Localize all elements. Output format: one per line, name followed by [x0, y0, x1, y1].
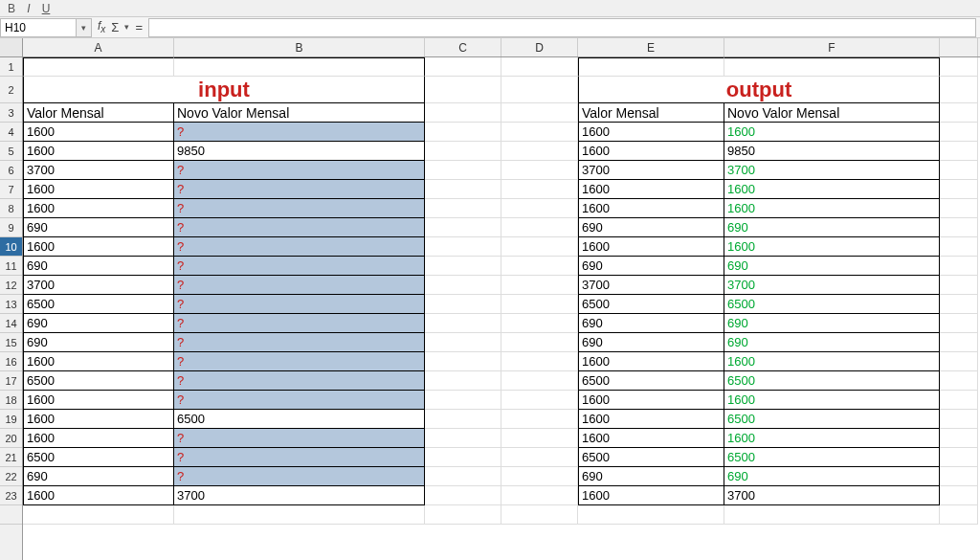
cell-A17[interactable]: 6500 — [23, 371, 174, 391]
cell-B6[interactable]: ? — [174, 161, 425, 180]
cell-D9[interactable] — [501, 218, 578, 237]
cell-D24[interactable] — [501, 505, 578, 525]
cell-D22[interactable] — [501, 467, 578, 486]
cell-D6[interactable] — [501, 161, 578, 180]
column-header-A[interactable]: A — [23, 38, 174, 56]
cell-A4[interactable]: 1600 — [23, 123, 174, 142]
row-header-19[interactable]: 19 — [0, 410, 22, 429]
cell-G20[interactable] — [940, 429, 978, 448]
corner-cell[interactable] — [0, 38, 22, 57]
cell-E12[interactable]: 3700 — [578, 276, 724, 295]
cell-G23[interactable] — [940, 486, 978, 505]
cell-A12[interactable]: 3700 — [23, 276, 174, 295]
header-valor-input[interactable]: Valor Mensal — [23, 103, 174, 123]
cell-F13[interactable]: 6500 — [724, 295, 940, 314]
column-header-blank[interactable] — [940, 38, 978, 56]
cell-E23[interactable]: 1600 — [578, 486, 724, 505]
cell-F19[interactable]: 6500 — [724, 410, 940, 429]
cell-A15[interactable]: 690 — [23, 333, 174, 352]
cell-A8[interactable]: 1600 — [23, 199, 174, 218]
cell-C6[interactable] — [425, 161, 501, 180]
row-header-18[interactable]: 18 — [0, 391, 22, 410]
cell-G3[interactable] — [940, 103, 978, 123]
cell-E21[interactable]: 6500 — [578, 448, 724, 467]
column-header-D[interactable]: D — [501, 38, 578, 56]
cell-E7[interactable]: 1600 — [578, 180, 724, 199]
cell-G13[interactable] — [940, 295, 978, 314]
cell-F17[interactable]: 6500 — [724, 371, 940, 391]
cell-D18[interactable] — [501, 391, 578, 410]
cell-F8[interactable]: 1600 — [724, 199, 940, 218]
row-header-13[interactable]: 13 — [0, 295, 22, 314]
header-valor-output[interactable]: Valor Mensal — [578, 103, 724, 123]
cell-B17[interactable]: ? — [174, 371, 425, 391]
row-header-9[interactable]: 9 — [0, 218, 22, 237]
cell-A21[interactable]: 6500 — [23, 448, 174, 467]
cell-E22[interactable]: 690 — [578, 467, 724, 486]
cell-E15[interactable]: 690 — [578, 333, 724, 352]
row-header-17[interactable]: 17 — [0, 371, 22, 391]
cell-C13[interactable] — [425, 295, 501, 314]
cell-B24[interactable] — [174, 505, 425, 525]
row-header-5[interactable]: 5 — [0, 142, 22, 161]
cell-B1[interactable] — [174, 57, 425, 77]
cell-B10[interactable]: ? — [174, 237, 425, 257]
cell-E13[interactable]: 6500 — [578, 295, 724, 314]
cell-D3[interactable] — [501, 103, 578, 123]
cell-C3[interactable] — [425, 103, 501, 123]
cell-C12[interactable] — [425, 276, 501, 295]
cell-C1[interactable] — [425, 57, 501, 77]
cell-D12[interactable] — [501, 276, 578, 295]
cell-E18[interactable]: 1600 — [578, 391, 724, 410]
cell-B12[interactable]: ? — [174, 276, 425, 295]
row-header-[interactable] — [0, 505, 22, 525]
cell-C15[interactable] — [425, 333, 501, 352]
row-header-3[interactable]: 3 — [0, 103, 22, 123]
cell-A9[interactable]: 690 — [23, 218, 174, 237]
cell-B9[interactable]: ? — [174, 218, 425, 237]
header-novo-input[interactable]: Novo Valor Mensal — [174, 103, 425, 123]
cell-E20[interactable]: 1600 — [578, 429, 724, 448]
cell-G11[interactable] — [940, 257, 978, 276]
row-header-4[interactable]: 4 — [0, 123, 22, 142]
cell-C18[interactable] — [425, 391, 501, 410]
cell-C5[interactable] — [425, 142, 501, 161]
cell-D10[interactable] — [501, 237, 578, 257]
cell-F16[interactable]: 1600 — [724, 352, 940, 371]
cell-D13[interactable] — [501, 295, 578, 314]
cell-D21[interactable] — [501, 448, 578, 467]
row-header-8[interactable]: 8 — [0, 199, 22, 218]
cell-E17[interactable]: 6500 — [578, 371, 724, 391]
cell-G8[interactable] — [940, 199, 978, 218]
row-header-16[interactable]: 16 — [0, 352, 22, 371]
cell-F7[interactable]: 1600 — [724, 180, 940, 199]
equals-icon[interactable]: = — [135, 20, 143, 34]
cell-G12[interactable] — [940, 276, 978, 295]
cell-C14[interactable] — [425, 314, 501, 333]
cell-G17[interactable] — [940, 371, 978, 391]
formula-input[interactable] — [148, 18, 976, 37]
cell-F24[interactable] — [724, 505, 940, 525]
cell-G6[interactable] — [940, 161, 978, 180]
column-header-F[interactable]: F — [724, 38, 940, 56]
cell-A18[interactable]: 1600 — [23, 391, 174, 410]
cell-G9[interactable] — [940, 218, 978, 237]
fx-icon[interactable]: fx — [98, 19, 105, 34]
name-box[interactable]: H10 — [0, 18, 77, 37]
cell-B21[interactable]: ? — [174, 448, 425, 467]
cell-C7[interactable] — [425, 180, 501, 199]
cell-B8[interactable]: ? — [174, 199, 425, 218]
cell-D14[interactable] — [501, 314, 578, 333]
cell-F10[interactable]: 1600 — [724, 237, 940, 257]
cell-A11[interactable]: 690 — [23, 257, 174, 276]
row-header-20[interactable]: 20 — [0, 429, 22, 448]
cell-F12[interactable]: 3700 — [724, 276, 940, 295]
cell-B4[interactable]: ? — [174, 123, 425, 142]
cell-D5[interactable] — [501, 142, 578, 161]
cell-A23[interactable]: 1600 — [23, 486, 174, 505]
cell-D4[interactable] — [501, 123, 578, 142]
cell-A1[interactable] — [23, 57, 174, 77]
cell-C8[interactable] — [425, 199, 501, 218]
cell-E8[interactable]: 1600 — [578, 199, 724, 218]
cell-A14[interactable]: 690 — [23, 314, 174, 333]
